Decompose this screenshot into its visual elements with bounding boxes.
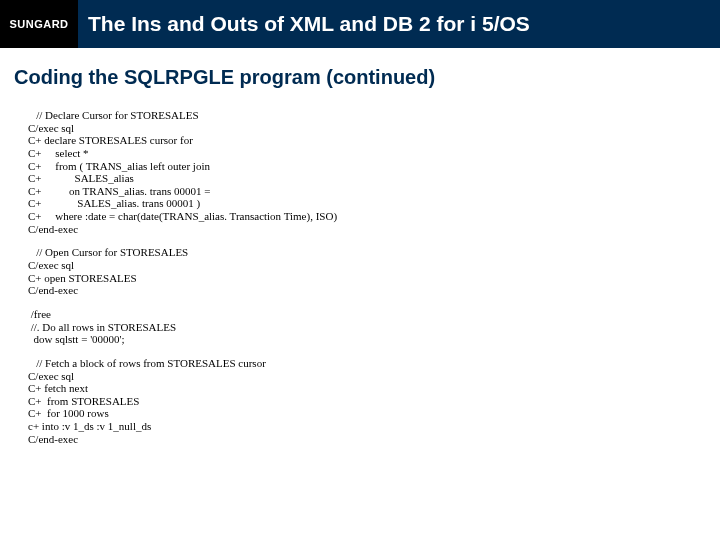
code-line: C+ on TRANS_alias. trans 00001 = <box>28 185 706 198</box>
code-line: C+ declare STORESALES cursor for <box>28 134 706 147</box>
code-line: c+ into :v 1_ds :v 1_null_ds <box>28 420 706 433</box>
slide-header: SUNGARD The Ins and Outs of XML and DB 2… <box>0 0 720 48</box>
code-line: C+ fetch next <box>28 382 706 395</box>
code-block-open-cursor: // Open Cursor for STORESALES C/exec sql… <box>28 246 706 297</box>
code-line: C/end-exec <box>28 284 706 297</box>
code-line: C+ from ( TRANS_alias left outer join <box>28 160 706 173</box>
code-line: C/exec sql <box>28 122 706 135</box>
code-line: /free <box>28 308 706 321</box>
code-line: dow sqlstt = '00000'; <box>28 333 706 346</box>
code-block-free-loop: /free //. Do all rows in STORESALES dow … <box>28 308 706 346</box>
code-line: C/end-exec <box>28 433 706 446</box>
code-area: // Declare Cursor for STORESALES C/exec … <box>14 109 706 445</box>
code-line: C/exec sql <box>28 370 706 383</box>
code-line: // Open Cursor for STORESALES <box>28 246 706 259</box>
code-line: C+ from STORESALES <box>28 395 706 408</box>
code-block-declare-cursor: // Declare Cursor for STORESALES C/exec … <box>28 109 706 235</box>
code-line: C+ SALES_alias. trans 00001 ) <box>28 197 706 210</box>
code-block-fetch: // Fetch a block of rows from STORESALES… <box>28 357 706 445</box>
brand-logo: SUNGARD <box>0 0 78 48</box>
code-line: // Fetch a block of rows from STORESALES… <box>28 357 706 370</box>
code-line: C+ SALES_alias <box>28 172 706 185</box>
slide-subtitle: Coding the SQLRPGLE program (continued) <box>14 66 706 89</box>
code-line: C+ select * <box>28 147 706 160</box>
code-line: C+ for 1000 rows <box>28 407 706 420</box>
code-line: C/exec sql <box>28 259 706 272</box>
slide-title: The Ins and Outs of XML and DB 2 for i 5… <box>78 0 720 48</box>
code-line: C+ where :date = char(date(TRANS_alias. … <box>28 210 706 223</box>
code-line: //. Do all rows in STORESALES <box>28 321 706 334</box>
code-line: // Declare Cursor for STORESALES <box>28 109 706 122</box>
code-line: C+ open STORESALES <box>28 272 706 285</box>
slide-content: Coding the SQLRPGLE program (continued) … <box>0 48 720 445</box>
code-line: C/end-exec <box>28 223 706 236</box>
